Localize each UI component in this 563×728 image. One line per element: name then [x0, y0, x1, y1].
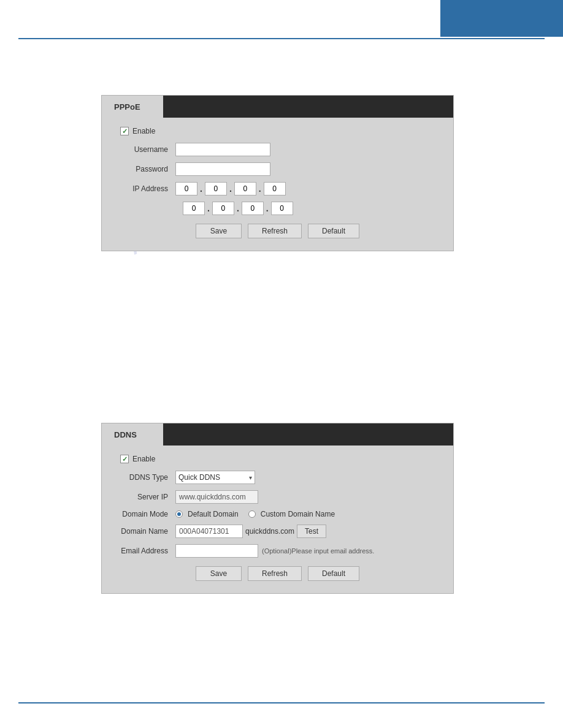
ddns-email-hint: (Optional)Please input email address. [262, 547, 374, 555]
ddns-default-domain-label: Default Domain [188, 510, 239, 518]
ddns-body: Enable DDNS Type Quick DDNS ▾ Server IP … [102, 446, 453, 593]
ddns-enable-row: Enable [114, 455, 441, 463]
top-divider-line [18, 38, 545, 39]
ddns-email-row: Email Address (Optional)Please input ema… [114, 544, 441, 558]
ddns-radio-default[interactable] [175, 510, 183, 518]
ddns-domain-mode-label: Domain Mode [114, 510, 175, 518]
pppoe-panel: PPPoE Enable Username Password IP Addres… [101, 95, 454, 251]
pppoe-ip2: . . . [183, 202, 441, 215]
pppoe-ip1-dot2: . [228, 184, 233, 194]
pppoe-ip1-octet3[interactable] [234, 182, 256, 195]
pppoe-ip-label: IP Address [114, 184, 175, 193]
ddns-server-ip-label: Server IP [114, 493, 175, 501]
ddns-domain-suffix: quickddns.com [245, 527, 294, 536]
ddns-domain-name-label: Domain Name [114, 527, 175, 536]
ddns-enable-checkbox[interactable] [120, 455, 129, 463]
ddns-domain-name-fields: quickddns.com Test [175, 525, 326, 538]
ddns-default-button[interactable]: Default [308, 566, 359, 581]
ddns-custom-domain-label: Custom Domain Name [261, 510, 335, 518]
ddns-type-label: DDNS Type [114, 473, 175, 482]
ddns-server-ip-input [175, 490, 258, 504]
ddns-header-dark [163, 423, 453, 446]
pppoe-password-label: Password [114, 165, 175, 173]
pppoe-header-dark [163, 96, 453, 118]
ddns-radio-custom[interactable] [248, 510, 256, 518]
pppoe-ip2-octet3[interactable] [242, 202, 264, 215]
pppoe-default-button[interactable]: Default [308, 224, 359, 238]
ddns-domain-name-row: Domain Name quickddns.com Test [114, 525, 441, 538]
chevron-down-icon: ▾ [249, 474, 252, 481]
ddns-email-input[interactable] [175, 544, 258, 558]
pppoe-ip2-dot3: . [265, 203, 270, 213]
ddns-type-select[interactable]: Quick DDNS ▾ [175, 471, 255, 484]
pppoe-title: PPPoE [102, 96, 163, 118]
pppoe-ip2-dot1: . [206, 203, 211, 213]
pppoe-ip-row2: . . . [183, 202, 441, 215]
pppoe-panel-header: PPPoE [102, 96, 453, 118]
pppoe-ip1-octet4[interactable] [264, 182, 286, 195]
ddns-type-value: Quick DDNS [178, 473, 249, 482]
top-bar [440, 0, 563, 37]
ddns-button-row: Save Refresh Default [114, 566, 441, 581]
pppoe-ip2-dot2: . [236, 203, 240, 213]
ddns-domain-mode-row: Domain Mode Default Domain Custom Domain… [114, 510, 441, 518]
pppoe-ip-row1: IP Address . . . [114, 182, 441, 195]
bottom-divider-line [18, 702, 545, 703]
ddns-panel: DDNS Enable DDNS Type Quick DDNS ▾ Serve… [101, 423, 454, 594]
ddns-enable-label: Enable [132, 455, 155, 463]
pppoe-password-input[interactable] [175, 162, 270, 176]
pppoe-refresh-button[interactable]: Refresh [248, 224, 302, 238]
pppoe-enable-checkbox[interactable] [120, 127, 129, 135]
ddns-title: DDNS [102, 423, 163, 446]
ddns-type-row: DDNS Type Quick DDNS ▾ [114, 471, 441, 484]
pppoe-username-row: Username [114, 143, 441, 156]
ddns-test-button[interactable]: Test [297, 525, 326, 538]
pppoe-enable-label: Enable [132, 127, 155, 135]
ddns-server-ip-row: Server IP [114, 490, 441, 504]
pppoe-ip1-dot1: . [199, 184, 204, 194]
pppoe-ip2-octet2[interactable] [212, 202, 234, 215]
pppoe-password-row: Password [114, 162, 441, 176]
ddns-refresh-button[interactable]: Refresh [248, 566, 302, 581]
ddns-domain-id-input[interactable] [175, 525, 243, 538]
pppoe-ip1-dot3: . [258, 184, 262, 194]
pppoe-username-label: Username [114, 145, 175, 154]
ddns-domain-mode-options: Default Domain Custom Domain Name [175, 510, 335, 518]
pppoe-ip1-octet1[interactable] [175, 182, 197, 195]
pppoe-ip1: . . . [175, 182, 286, 195]
pppoe-button-row: Save Refresh Default [114, 224, 441, 238]
pppoe-ip2-octet4[interactable] [271, 202, 293, 215]
pppoe-ip2-octet1[interactable] [183, 202, 205, 215]
pppoe-username-input[interactable] [175, 143, 270, 156]
pppoe-ip1-octet2[interactable] [205, 182, 227, 195]
pppoe-save-button[interactable]: Save [196, 224, 242, 238]
pppoe-body: Enable Username Password IP Address . . … [102, 118, 453, 251]
ddns-save-button[interactable]: Save [196, 566, 242, 581]
ddns-email-label: Email Address [114, 547, 175, 555]
pppoe-enable-row: Enable [114, 127, 441, 135]
ddns-panel-header: DDNS [102, 423, 453, 446]
